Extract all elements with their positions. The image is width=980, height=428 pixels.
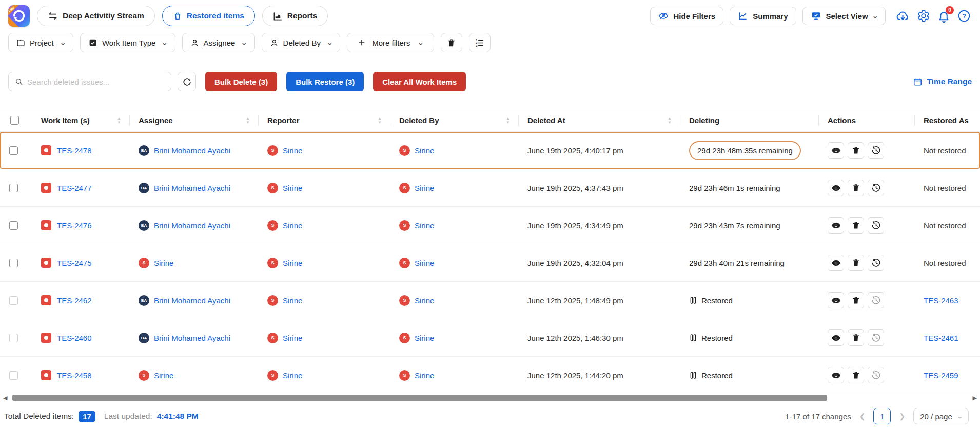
tab-deep-activity-stream[interactable]: Deep Activitiy Stream <box>37 6 155 26</box>
delete-button[interactable] <box>848 255 864 271</box>
restored-as-link[interactable]: TES-2459 <box>924 371 958 380</box>
time-range-button[interactable]: Time Range <box>913 77 972 87</box>
deleted-by-link[interactable]: Sirine <box>415 146 434 155</box>
row-checkbox[interactable] <box>9 296 18 305</box>
assignee-link[interactable]: Sirine <box>154 259 173 267</box>
assignee-link[interactable]: Brini Mohamed Ayachi <box>154 296 230 305</box>
prev-page-button[interactable]: ❮ <box>859 412 866 420</box>
tab-restored-items[interactable]: Restored items <box>162 6 255 26</box>
restore-history-button[interactable] <box>868 142 884 159</box>
restored-as-link[interactable]: TES-2461 <box>924 334 958 342</box>
search-input[interactable] <box>27 77 165 86</box>
bulk-restore-button[interactable]: Bulk Restore (3) <box>286 72 364 91</box>
deleted-by-link[interactable]: Sirine <box>415 296 434 305</box>
delete-button[interactable] <box>848 217 864 234</box>
delete-button[interactable] <box>848 329 864 346</box>
work-item-link[interactable]: TES-2458 <box>57 371 92 380</box>
page-number-button[interactable]: 1 <box>873 408 891 424</box>
filter-work-item-type[interactable]: Work Item Type ⌄ <box>80 33 175 52</box>
filter-project[interactable]: Project ⌄ <box>8 33 73 52</box>
restore-history-button[interactable] <box>868 367 884 383</box>
notifications-button[interactable]: 0 <box>937 10 950 23</box>
reporter-link[interactable]: Sirine <box>283 184 302 192</box>
reporter-link[interactable]: Sirine <box>283 146 302 155</box>
delete-button[interactable] <box>848 292 864 308</box>
filter-assignee[interactable]: Assignee ⌄ <box>182 33 255 52</box>
tab-reports[interactable]: Reports <box>262 6 328 26</box>
assignee-link[interactable]: Brini Mohamed Ayachi <box>154 221 230 230</box>
reporter-link[interactable]: Sirine <box>283 334 302 342</box>
bulk-delete-button[interactable]: Bulk Delete (3) <box>205 72 277 91</box>
hide-filters-button[interactable]: Hide Filters <box>650 7 723 25</box>
more-filters-button[interactable]: More filters ⌄ <box>347 33 434 52</box>
list-view-button[interactable]: 1 2 3 <box>469 33 491 52</box>
summary-button[interactable]: Summary <box>730 7 796 25</box>
person-icon <box>190 38 199 47</box>
delete-button[interactable] <box>848 142 864 159</box>
work-item-link[interactable]: TES-2477 <box>57 184 92 192</box>
row-checkbox[interactable] <box>9 334 18 342</box>
view-button[interactable] <box>828 142 844 159</box>
clear-all-work-items-button[interactable]: Clear All Work Items <box>373 72 466 91</box>
restored-as-link[interactable]: TES-2463 <box>924 296 958 305</box>
reporter-link[interactable]: Sirine <box>283 259 302 267</box>
restore-history-button[interactable] <box>868 180 884 196</box>
work-item-link[interactable]: TES-2476 <box>57 221 92 230</box>
view-button[interactable] <box>828 255 844 271</box>
view-button[interactable] <box>828 180 844 196</box>
row-checkbox[interactable] <box>9 184 18 192</box>
reporter-link[interactable]: Sirine <box>283 296 302 305</box>
restore-history-button[interactable] <box>868 217 884 234</box>
work-item-link[interactable]: TES-2478 <box>57 146 92 155</box>
page-size-select[interactable]: 20 / page ⌄ <box>913 408 969 424</box>
cloud-download-button[interactable] <box>896 9 910 23</box>
assignee-link[interactable]: Brini Mohamed Ayachi <box>154 146 230 155</box>
reporter-link[interactable]: Sirine <box>283 221 302 230</box>
row-checkbox[interactable] <box>9 146 18 155</box>
next-page-button[interactable]: ❯ <box>899 412 905 420</box>
settings-button[interactable] <box>917 9 930 23</box>
clear-filters-button[interactable] <box>441 33 462 52</box>
view-button[interactable] <box>828 292 844 308</box>
search-icon <box>15 77 23 86</box>
select-view-button[interactable]: Select View ⌄ <box>802 7 886 25</box>
pagination: 1-17 of 17 changes ❮ 1 ❯ 20 / page ⌄ <box>785 408 969 424</box>
work-item-link[interactable]: TES-2475 <box>57 259 92 267</box>
sort-icon[interactable]: ▲▼ <box>668 116 672 124</box>
reporter-link[interactable]: Sirine <box>283 371 302 380</box>
deleted-by-link[interactable]: Sirine <box>415 221 434 230</box>
sort-icon[interactable]: ▲▼ <box>378 116 382 124</box>
work-item-link[interactable]: TES-2460 <box>57 334 92 342</box>
scrollbar-thumb[interactable] <box>12 395 827 401</box>
select-all-checkbox[interactable] <box>10 116 19 125</box>
deleted-by-link[interactable]: Sirine <box>415 259 434 267</box>
deleted-by-link[interactable]: Sirine <box>415 371 434 380</box>
assignee-link[interactable]: Brini Mohamed Ayachi <box>154 334 230 342</box>
refresh-button[interactable] <box>178 72 196 91</box>
sort-icon[interactable]: ▲▼ <box>506 116 510 124</box>
filter-deleted-by[interactable]: Deleted By ⌄ <box>262 33 341 52</box>
delete-button[interactable] <box>848 367 864 383</box>
view-button[interactable] <box>828 329 844 346</box>
restore-history-button[interactable] <box>868 329 884 346</box>
delete-button[interactable] <box>848 180 864 196</box>
restore-history-button[interactable] <box>868 292 884 308</box>
view-button[interactable] <box>828 367 844 383</box>
deleted-by-link[interactable]: Sirine <box>415 184 434 192</box>
scroll-left-arrow[interactable]: ◀ <box>3 394 7 401</box>
work-item-link[interactable]: TES-2462 <box>57 296 92 305</box>
restore-history-button[interactable] <box>868 255 884 271</box>
scroll-right-arrow[interactable]: ▶ <box>973 394 977 401</box>
deleted-by-avatar: S <box>399 145 410 156</box>
assignee-link[interactable]: Brini Mohamed Ayachi <box>154 184 230 192</box>
assignee-link[interactable]: Sirine <box>154 371 173 380</box>
help-button[interactable]: ? <box>957 9 971 23</box>
row-checkbox[interactable] <box>9 259 18 267</box>
sort-icon[interactable]: ▲▼ <box>117 116 121 124</box>
sort-icon[interactable]: ▲▼ <box>246 116 250 124</box>
deleted-by-link[interactable]: Sirine <box>415 334 434 342</box>
view-button[interactable] <box>828 217 844 234</box>
row-checkbox[interactable] <box>9 221 18 230</box>
row-checkbox[interactable] <box>9 371 18 380</box>
app-logo[interactable]: PRO <box>8 5 30 27</box>
